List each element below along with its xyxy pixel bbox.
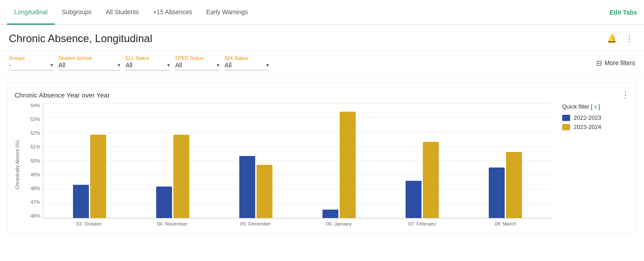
legend-label: 2022-2023 — [574, 114, 601, 121]
legend-label: 2023-2024 — [574, 124, 601, 130]
student-school-label: Student School — [58, 55, 120, 61]
x-axis: 03. October04. November05. December06. J… — [43, 218, 552, 226]
more-filters-label: More filters — [605, 59, 635, 66]
tab-absences[interactable]: +15 Absences — [146, 0, 199, 25]
y-tick: 49% — [23, 172, 40, 177]
bar-blue — [239, 156, 255, 218]
page-header: Chronic Absence, Longitudinal 🔔 ⋮ — [0, 25, 644, 51]
groups-filter: Groups - ▾ — [9, 55, 53, 70]
sped-value: All — [175, 62, 215, 69]
chart-more-icon: ⋮ — [621, 90, 629, 99]
tab-all-students[interactable]: All Students — [99, 0, 146, 25]
bar-group — [381, 142, 464, 218]
y-tick: 52% — [23, 131, 40, 136]
y-axis: 46%47%48%49%50%51%52%53%54% — [23, 103, 43, 218]
student-school-arrow-icon: ▾ — [118, 62, 120, 68]
bar-group — [48, 135, 131, 218]
legend-item: 2023-2024 — [562, 124, 629, 130]
bar-group — [298, 112, 381, 218]
edit-tabs-button[interactable]: Edit Tabs — [610, 9, 637, 16]
y-axis-title: Chronically Absent (%) — [15, 140, 22, 189]
chart-container: Chronically Absent (%) 46%47%48%49%50%51… — [15, 103, 629, 226]
groups-label: Groups — [9, 55, 53, 61]
x-tick: 03. October — [47, 221, 130, 226]
y-tick: 48% — [23, 186, 40, 191]
bell-button[interactable]: 🔔 — [605, 32, 618, 45]
fiveoh4-status-filter: 504 Status All ▾ — [225, 55, 269, 70]
bar-gold — [340, 112, 356, 218]
x-tick: 05. December — [214, 221, 297, 226]
groups-arrow-icon: ▾ — [50, 62, 53, 68]
x-tick: 06. January — [297, 221, 380, 226]
ell-status-filter: ELL Status All ▾ — [126, 55, 170, 70]
x-tick: 07. February — [380, 221, 464, 226]
bars-container — [43, 103, 552, 218]
fiveoh4-select[interactable]: All ▾ — [225, 62, 269, 70]
bar-gold — [173, 135, 189, 218]
chart-area: Chronically Absent (%) 46%47%48%49%50%51… — [15, 103, 552, 226]
bar-gold — [423, 142, 439, 218]
ell-arrow-icon: ▾ — [167, 62, 170, 68]
sped-select[interactable]: All ▾ — [175, 62, 219, 70]
bar-group — [214, 156, 297, 218]
tabs-bar: Longitudinal Subgroups All Students +15 … — [0, 0, 644, 25]
sped-arrow-icon: ▾ — [217, 62, 219, 68]
legend-item: 2022-2023 — [562, 114, 629, 121]
bar-gold — [506, 152, 522, 218]
student-school-filter: Student School All ▾ — [58, 55, 120, 70]
tab-early-warnings[interactable]: Early Warnings — [199, 0, 255, 25]
bar-blue — [73, 185, 89, 218]
ell-value: All — [126, 62, 165, 69]
ell-select[interactable]: All ▾ — [126, 62, 170, 70]
filter-icon: ⊟ — [596, 59, 602, 67]
bar-group — [464, 152, 547, 218]
more-filters-button[interactable]: ⊟ More filters — [596, 59, 635, 67]
x-tick: 04. November — [130, 221, 214, 226]
chart-title: Chronic Absence Year over Year — [15, 91, 110, 99]
y-tick: 46% — [23, 214, 40, 218]
header-actions: 🔔 ⋮ — [605, 32, 635, 45]
x-tick: 08. March — [464, 221, 547, 226]
y-tick: 50% — [23, 159, 40, 164]
ell-label: ELL Status — [126, 55, 170, 61]
sped-label: SPED Status — [175, 55, 219, 61]
fiveoh4-arrow-icon: ▾ — [266, 62, 269, 68]
bar-blue — [406, 181, 422, 218]
tab-longitudinal[interactable]: Longitudinal — [7, 0, 55, 25]
legend-swatch — [562, 124, 570, 130]
filters-bar: Groups - ▾ Student School All ▾ ELL Stat… — [0, 51, 644, 75]
tab-subgroups[interactable]: Subgroups — [55, 0, 99, 25]
bar-gold — [90, 135, 106, 218]
sped-status-filter: SPED Status All ▾ — [175, 55, 219, 70]
bar-gold — [257, 165, 272, 218]
bell-icon: 🔔 — [607, 34, 617, 43]
y-tick: 51% — [23, 144, 40, 149]
legend-swatch — [562, 115, 570, 121]
student-school-select[interactable]: All ▾ — [58, 62, 120, 70]
groups-value: - — [9, 62, 49, 69]
chart-more-button[interactable]: ⋮ — [621, 90, 629, 100]
y-tick: 47% — [23, 200, 40, 205]
bar-blue — [322, 210, 338, 218]
bar-blue — [489, 168, 505, 218]
groups-select[interactable]: - ▾ — [9, 62, 53, 70]
more-options-button[interactable]: ⋮ — [624, 32, 635, 45]
bar-blue — [156, 187, 172, 218]
page-title: Chronic Absence, Longitudinal — [9, 32, 152, 45]
quick-filter-x-button[interactable]: x — [593, 103, 599, 110]
chart-section: Chronic Absence Year over Year ⋮ Chronic… — [7, 82, 637, 234]
y-tick: 53% — [23, 117, 40, 122]
quick-filter-label: Quick filter [ x ] — [562, 103, 629, 110]
y-tick: 54% — [23, 103, 40, 108]
student-school-value: All — [58, 62, 116, 69]
bars-row — [43, 103, 552, 218]
fiveoh4-value: All — [225, 62, 264, 69]
fiveoh4-label: 504 Status — [225, 55, 269, 61]
bar-group — [131, 135, 214, 218]
legend-area: Quick filter [ x ] 2022-20232023-2024 — [559, 103, 629, 226]
more-vert-icon: ⋮ — [625, 34, 633, 43]
chart-header: Chronic Absence Year over Year ⋮ — [15, 90, 629, 100]
